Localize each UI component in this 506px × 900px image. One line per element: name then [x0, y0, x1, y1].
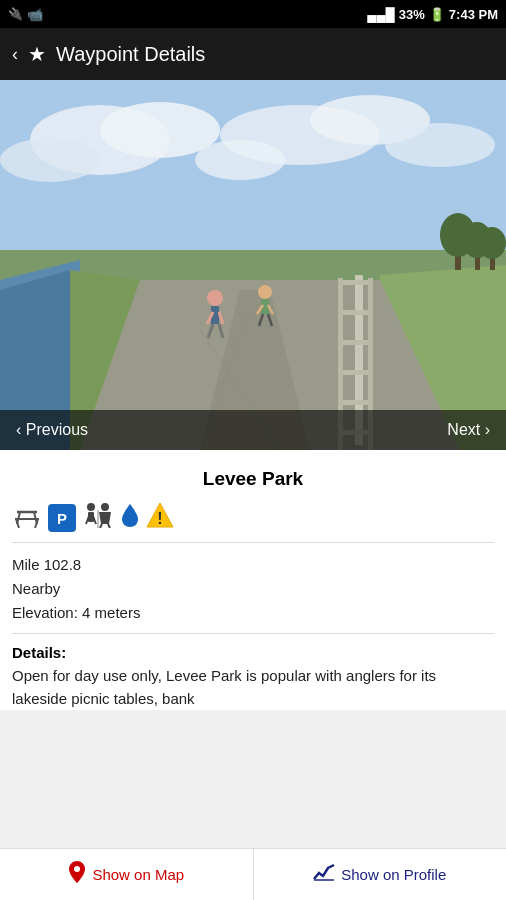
svg-text:!: !: [157, 510, 162, 527]
show-on-profile-button[interactable]: Show on Profile: [254, 849, 507, 900]
elevation: Elevation: 4 meters: [12, 601, 494, 625]
previous-button[interactable]: ‹ Previous: [16, 421, 88, 439]
action-buttons: Show on Map Show on Profile: [0, 848, 506, 900]
signal-icon: ▄▄█: [367, 7, 395, 22]
warning-icon: !: [146, 502, 174, 534]
svg-point-32: [258, 285, 272, 299]
waypoint-photo: ‹ Previous Next ›: [0, 80, 506, 450]
screen-record-icon: 📹: [27, 7, 43, 22]
svg-line-52: [86, 516, 89, 524]
page-title: Waypoint Details: [56, 43, 205, 66]
status-right: ▄▄█ 33% 🔋 7:43 PM: [367, 7, 498, 22]
battery-icon: 🔋: [429, 7, 445, 22]
svg-point-3: [0, 138, 100, 182]
svg-line-56: [100, 524, 102, 528]
nav-bar: ‹ ★ Waypoint Details: [0, 28, 506, 80]
svg-line-57: [108, 524, 110, 528]
back-button[interactable]: ‹: [12, 44, 18, 65]
water-icon: [120, 502, 140, 534]
photo-svg: [0, 80, 506, 450]
photo-navigation: ‹ Previous Next ›: [0, 410, 506, 450]
map-pin-icon: [68, 861, 86, 888]
waypoint-stats: Mile 102.8 Nearby Elevation: 4 meters: [12, 543, 494, 634]
svg-point-26: [207, 290, 223, 306]
svg-rect-18: [340, 280, 370, 285]
svg-rect-21: [340, 370, 370, 375]
restroom-icon: [82, 502, 114, 534]
svg-marker-55: [99, 512, 111, 524]
svg-rect-20: [340, 340, 370, 345]
svg-point-54: [101, 503, 109, 511]
parking-icon: P: [48, 504, 76, 532]
svg-point-43: [478, 227, 506, 259]
svg-line-53: [93, 516, 96, 524]
show-on-map-button[interactable]: Show on Map: [0, 849, 254, 900]
profile-label: Show on Profile: [341, 866, 446, 883]
battery-level: 33%: [399, 7, 425, 22]
waypoint-name: Levee Park: [12, 460, 494, 496]
nearby-label: Nearby: [12, 577, 494, 601]
svg-point-50: [87, 503, 95, 511]
svg-point-7: [195, 140, 285, 180]
usb-icon: 🔌: [8, 7, 23, 21]
time-display: 7:43 PM: [449, 7, 498, 22]
details-section: Details: Open for day use only, Levee Pa…: [12, 634, 494, 710]
info-section: Levee Park P: [0, 450, 506, 710]
svg-rect-22: [340, 400, 370, 405]
favorite-icon[interactable]: ★: [28, 42, 46, 66]
status-bar: 🔌 📹 ▄▄█ 33% 🔋 7:43 PM: [0, 0, 506, 28]
svg-rect-19: [340, 310, 370, 315]
svg-point-61: [74, 866, 80, 872]
picnic-icon: [12, 502, 42, 534]
map-label: Show on Map: [92, 866, 184, 883]
next-button[interactable]: Next ›: [447, 421, 490, 439]
svg-point-6: [385, 123, 495, 167]
amenity-icons: P: [12, 496, 494, 543]
profile-chart-icon: [313, 863, 335, 886]
status-icons: 🔌 📹: [8, 7, 43, 22]
details-label: Details:: [12, 644, 494, 661]
mile-marker: Mile 102.8: [12, 553, 494, 577]
details-text: Open for day use only, Levee Park is pop…: [12, 665, 494, 710]
